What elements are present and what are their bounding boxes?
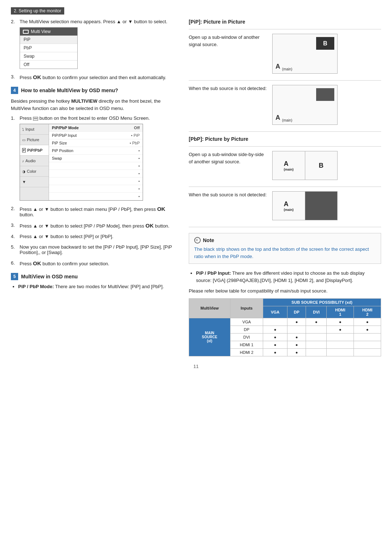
osd-pipmode-label: PiP/PbP Mode [52, 126, 79, 130]
arrow-down-2: ▼ [45, 207, 49, 212]
sidebar-input[interactable]: ⤵ Input [20, 124, 49, 135]
pbp-diagram-2: A (main) [272, 191, 338, 220]
pbp-a-letter: A [284, 160, 294, 168]
pipbp-icon: P [22, 148, 26, 152]
row-dvi-label: DVI [230, 333, 263, 341]
row-hdmi1-label: HDMI 1 [230, 341, 263, 348]
row-dp-dvi [306, 326, 327, 333]
sidebar-pipbp-label: PiP/PbP [27, 148, 42, 152]
badge-4: 4 [11, 87, 18, 94]
page-number: 11 [11, 364, 381, 369]
osd-pippos-label: PiP Position [52, 148, 73, 153]
heading-5-text: MultiView in OSD menu [21, 274, 78, 279]
osd-row-swap: Swap • [49, 155, 143, 162]
pbp-b-letter: B [319, 162, 323, 169]
sidebar-scroll-down[interactable]: ▼ [20, 177, 49, 187]
multiview-menu-title-label: Multi View [31, 29, 50, 34]
pip-b-label: B [316, 37, 334, 50]
page-wrapper: 2. Setting up the monitor 2. The MultiVi… [11, 7, 381, 369]
osd-step-6-content: Press OK button to confirm your selectio… [20, 260, 178, 266]
osd-row-blank4: • [49, 185, 143, 193]
divider-2 [189, 80, 381, 81]
osd-step-1-num: 1. [11, 115, 18, 121]
osd-step-5: 5. Now you can move backward to set the … [11, 244, 178, 255]
section-header: 2. Setting up the monitor [11, 7, 64, 15]
row-vga-dvi: ● [306, 318, 327, 326]
sidebar-pipbp[interactable]: P PiP/PbP [20, 145, 49, 156]
bullet-mode-label: PiP / PbP Mode: [18, 284, 54, 289]
color-icon: ◑ [22, 169, 25, 173]
osd-pipsize-label: PiP Size [52, 141, 67, 145]
row-hdmi1-dp: ● [287, 341, 306, 348]
osd-step-3: 3. Press ▲ or ▼ button to select [PiP / … [11, 222, 178, 229]
row-hdmi1-vga: ● [263, 341, 287, 348]
osd-menu: ⤵ Input ▭ Picture P PiP/PbP [20, 124, 143, 201]
th-hdmi1: HDMI1 [327, 306, 354, 318]
pbp-diagram-row-1: Open up a sub-window side-by-side of ano… [189, 151, 381, 182]
osd-step-1-content: Press button on the front bezel to enter… [20, 115, 178, 201]
arrow-down-4: ▼ [45, 234, 49, 239]
osd-blank2-dot: • [138, 171, 140, 176]
osd-step-1-text: Press button on the front bezel to enter… [20, 115, 150, 121]
pip-a-sub-label-2: (main) [282, 118, 292, 122]
osd-step-5-content: Now you can move backward to set the [Pi… [20, 244, 178, 255]
multiview-menu-title: Multi View [20, 28, 77, 36]
row-dvi-dvi [306, 333, 327, 341]
ok-2: OK [157, 206, 166, 212]
row-hdmi2-vga: ● [263, 348, 287, 356]
table-intro-text: Please refer below table for compatibili… [189, 287, 381, 295]
osd-pipmode-value: Off [134, 126, 140, 130]
row-dvi-hdmi2 [354, 333, 381, 341]
divider-3 [189, 131, 381, 132]
audio-icon: ♪ [22, 159, 24, 163]
sidebar-picture[interactable]: ▭ Picture [20, 135, 49, 145]
menu-item-swap[interactable]: Swap [20, 52, 77, 61]
pbp-a-cell-2: A (main) [273, 192, 305, 220]
osd-step-2: 2. Press ▲ or ▼ button to select main me… [11, 206, 178, 217]
th-hdmi2: HDMI2 [354, 306, 381, 318]
pip-diagram-row-1: Open up a sub-window of another signal s… [189, 34, 381, 76]
row-hdmi2-hdmi1 [327, 348, 354, 356]
ok-3: OK [146, 222, 154, 229]
row-vga-label: VGA [230, 318, 263, 326]
pbp-diagram-1: A (main) B [272, 151, 338, 180]
osd-step-1: 1. Press button on the front bezel to en… [11, 115, 178, 201]
menu-item-off[interactable]: Off [20, 61, 77, 69]
arrow-up-4: ▲ [33, 234, 38, 239]
heading-5: 5 MultiView in OSD menu [11, 273, 178, 280]
row-dp-label: DP [230, 326, 263, 333]
picture-icon: ▭ [22, 138, 25, 142]
pip-title: [PiP]: Picture in Picture [189, 19, 381, 25]
pbp-label-1: Open up a sub-window side-by-side of ano… [189, 151, 269, 165]
osd-step-4-content: Press ▲ or ▼ button to select [PiP] or [… [20, 234, 178, 239]
note-title-text: Note [203, 237, 214, 243]
osd-step-6: 6. Press OK button to confirm your selec… [11, 260, 178, 266]
osd-step-3-num: 3. [11, 222, 18, 228]
sidebar-audio[interactable]: ♪ Audio [20, 156, 49, 166]
row-dvi-vga: ● [263, 333, 287, 341]
row-vga-vga [263, 318, 287, 326]
pbp-b-cell: B [305, 151, 338, 180]
note-box: Note The black strip shows on the top an… [189, 233, 381, 264]
osd-step-5-num: 5. [11, 244, 18, 250]
osd-step-4-num: 4. [11, 234, 18, 239]
bullet-list: PiP / PbP Mode: There are two modes for … [18, 283, 178, 290]
divider-4 [189, 146, 381, 147]
osd-row-pip-input: PiP/PbP Input • PiP [49, 132, 143, 139]
pip-a-label: A [275, 63, 280, 70]
sidebar-color[interactable]: ◑ Color [20, 166, 49, 177]
osd-step-2-num: 2. [11, 206, 18, 211]
row-hdmi2-dvi [306, 348, 327, 356]
osd-blank4-dot: • [138, 187, 140, 191]
row-hdmi2-hdmi2 [354, 348, 381, 356]
pip-bracket-label: [PiP] [189, 19, 200, 25]
osd-row-blank3: • [49, 177, 143, 185]
chevron-down-icon: ▼ [22, 180, 26, 184]
row-hdmi2-dp: ● [287, 348, 306, 356]
pbp-no-b-cell [305, 192, 338, 220]
sidebar-picture-label: Picture [27, 138, 39, 142]
arrow-up-3: ▲ [33, 223, 38, 229]
menu-item-pbp[interactable]: PbP [20, 44, 77, 52]
input-icon: ⤵ [22, 127, 24, 131]
menu-item-pip[interactable]: PiP [20, 36, 77, 44]
